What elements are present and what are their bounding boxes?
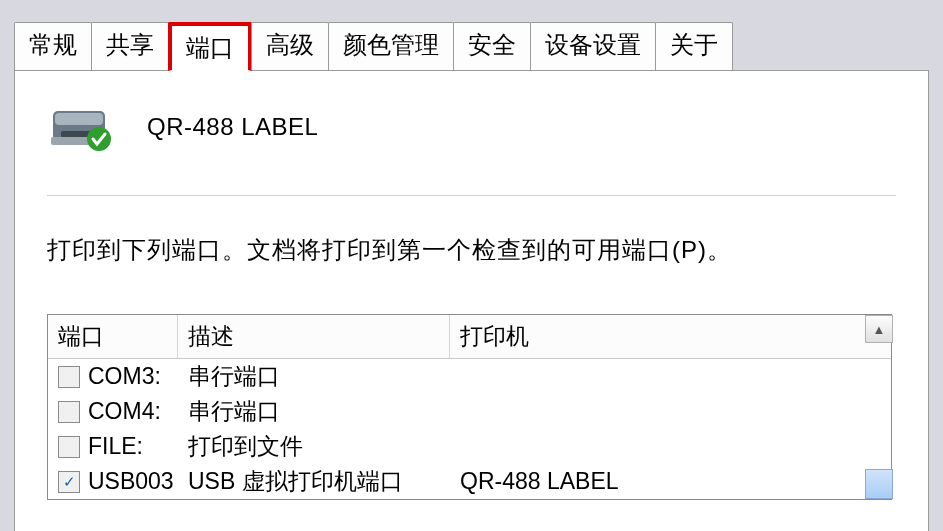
col-header-port[interactable]: 端口 [48, 315, 178, 358]
svg-point-4 [87, 127, 111, 151]
printer-icon [47, 101, 119, 153]
ports-table: 端口 描述 打印机 COM3: 串行端口 COM4: 串行端口 FILE: 打印… [47, 314, 892, 500]
table-row[interactable]: COM3: 串行端口 [48, 359, 891, 394]
cell-port: COM3: [88, 363, 188, 390]
tab-color-management[interactable]: 颜色管理 [328, 22, 454, 70]
table-row[interactable]: FILE: 打印到文件 [48, 429, 891, 464]
tab-sharing[interactable]: 共享 [91, 22, 169, 70]
ports-table-header: 端口 描述 打印机 [48, 315, 891, 359]
tab-security[interactable]: 安全 [453, 22, 531, 70]
tab-advanced[interactable]: 高级 [251, 22, 329, 70]
scroll-thumb[interactable] [865, 469, 893, 499]
ports-table-body: COM3: 串行端口 COM4: 串行端口 FILE: 打印到文件 ✓ USB0… [48, 359, 891, 499]
tab-device-settings[interactable]: 设备设置 [530, 22, 656, 70]
cell-port: FILE: [88, 433, 188, 460]
cell-description: 串行端口 [188, 396, 460, 427]
port-checkbox[interactable] [58, 436, 80, 458]
tab-general[interactable]: 常规 [14, 22, 92, 70]
divider [47, 195, 896, 196]
cell-description: USB 虚拟打印机端口 [188, 466, 460, 497]
tab-panel-ports: QR-488 LABEL 打印到下列端口。文档将打印到第一个检查到的可用端口(P… [14, 70, 929, 531]
col-header-description[interactable]: 描述 [178, 315, 450, 358]
table-row[interactable]: ✓ USB003 USB 虚拟打印机端口 QR-488 LABEL [48, 464, 891, 499]
col-header-printer[interactable]: 打印机 [450, 315, 891, 358]
port-checkbox[interactable] [58, 366, 80, 388]
printer-name: QR-488 LABEL [147, 113, 318, 141]
scroll-up-button[interactable]: ▲ [865, 315, 893, 343]
tab-ports[interactable]: 端口 [168, 22, 252, 71]
cell-description: 打印到文件 [188, 431, 460, 462]
tab-bar: 常规 共享 端口 高级 颜色管理 安全 设备设置 关于 [14, 22, 943, 70]
port-checkbox[interactable] [58, 401, 80, 423]
cell-printer: QR-488 LABEL [460, 468, 881, 495]
cell-port: COM4: [88, 398, 188, 425]
port-checkbox[interactable]: ✓ [58, 471, 80, 493]
cell-description: 串行端口 [188, 361, 460, 392]
cell-port: USB003 [88, 468, 188, 495]
instruction-text: 打印到下列端口。文档将打印到第一个检查到的可用端口(P)。 [47, 234, 896, 266]
svg-rect-1 [55, 113, 103, 125]
tab-about[interactable]: 关于 [655, 22, 733, 70]
table-row[interactable]: COM4: 串行端口 [48, 394, 891, 429]
printer-header: QR-488 LABEL [47, 101, 896, 153]
